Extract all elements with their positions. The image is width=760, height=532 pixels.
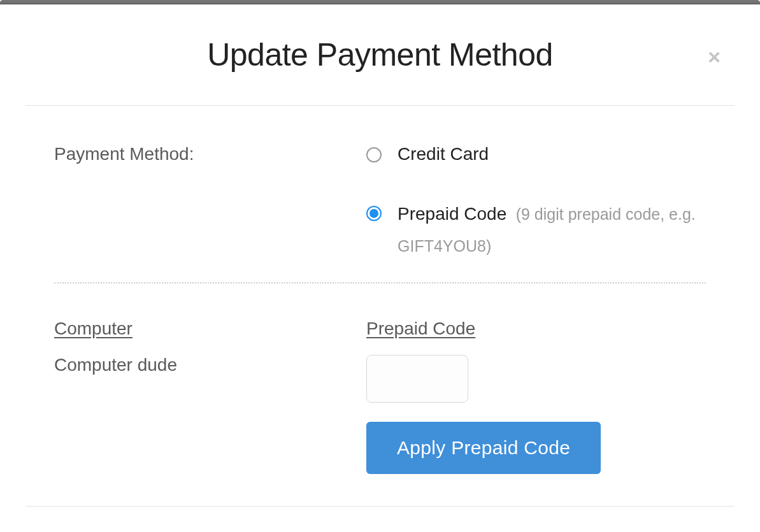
close-icon[interactable]: × <box>708 46 721 68</box>
prepaid-code-section: Computer Computer dude Prepaid Code Appl… <box>0 284 760 474</box>
payment-method-label: Payment Method: <box>54 144 194 164</box>
modal-header: Update Payment Method × <box>0 4 760 105</box>
radio-prepaid[interactable] <box>366 206 382 221</box>
modal-title: Update Payment Method <box>25 36 735 73</box>
modal-overlay: Update Payment Method × Payment Method: … <box>0 0 760 532</box>
apply-prepaid-code-button[interactable]: Apply Prepaid Code <box>366 422 601 474</box>
modal-top-bar <box>0 0 760 4</box>
radio-option-credit-card[interactable]: Credit Card <box>366 144 706 164</box>
radio-prepaid-hint1: (9 digit prepaid code, e.g. <box>516 205 696 223</box>
computer-name-value: Computer dude <box>54 355 366 375</box>
radio-credit-card-label: Credit Card <box>398 144 489 164</box>
prepaid-code-column-header: Prepaid Code <box>366 319 706 339</box>
radio-credit-card[interactable] <box>366 147 382 162</box>
payment-method-section: Payment Method: Credit Card Prepaid Code… <box>0 106 760 282</box>
radio-prepaid-hint2: GIFT4YOU8) <box>398 236 696 257</box>
footer-divider <box>25 506 735 507</box>
computer-column-header: Computer <box>54 319 366 339</box>
update-payment-modal: Update Payment Method × Payment Method: … <box>0 0 760 532</box>
prepaid-code-input[interactable] <box>366 355 468 403</box>
radio-option-prepaid[interactable]: Prepaid Code (9 digit prepaid code, e.g.… <box>366 203 706 257</box>
radio-prepaid-label: Prepaid Code <box>398 204 506 224</box>
